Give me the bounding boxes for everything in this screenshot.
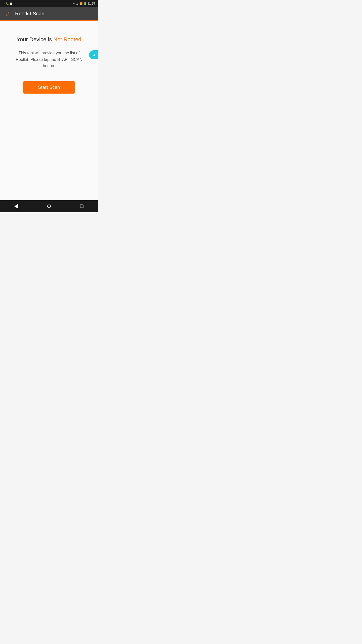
device-status-prefix: Your Device is [17,36,53,43]
nav-back-button[interactable] [11,201,21,211]
signal-icon: 📶 [79,2,82,5]
clipboard-icon: 📋 [10,2,13,5]
device-status-highlight: Not Rooted [53,36,81,43]
device-status-text: Your Device is Not Rooted [17,36,81,43]
recent-icon [80,205,83,208]
main-content: Your Device is Not Rooted This tool will… [0,21,98,200]
nav-bar [0,200,98,212]
download-icon: ⬇ [3,2,5,5]
notification-icons: ⬇ 🐛 📋 [3,2,13,5]
status-bar-right: ★ ▲ 📶 🔋 11:25 [73,2,95,5]
nav-home-button[interactable] [44,201,54,211]
status-time: 11:25 [87,2,95,5]
battery-icon: 🔋 [83,2,86,5]
wifi-icon: ▲ [76,2,78,5]
status-bar: ⬇ 🐛 📋 ★ ▲ 📶 🔋 11:25 [0,0,98,7]
nav-recent-button[interactable] [77,201,87,211]
back-icon [14,204,18,209]
description-text: This tool will provide you the list of R… [11,50,87,69]
rootkit-icon: # [4,10,11,17]
app-bar: # Rootkit Scan [0,7,98,21]
star-icon: ★ [73,2,75,5]
floating-badge: 34 [89,50,98,59]
bug-icon: 🐛 [6,2,9,5]
app-bar-title: Rootkit Scan [15,11,44,17]
status-bar-left: ⬇ 🐛 📋 [3,2,13,5]
badge-value: 34 [92,53,95,57]
home-icon [47,205,51,208]
start-scan-button[interactable]: Start Scan [23,81,75,94]
